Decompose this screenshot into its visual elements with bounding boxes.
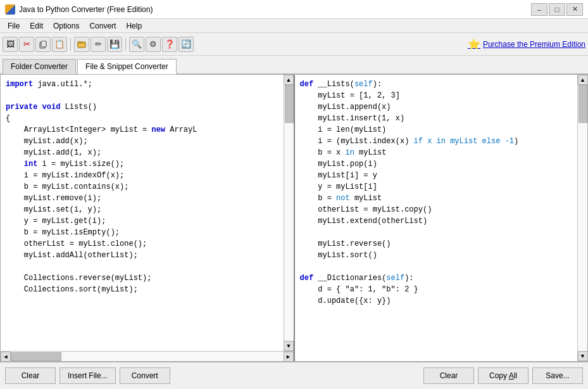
java-panel-body: import java.util.*; private void Lists()… [1, 75, 294, 351]
premium-icon: ⭐ [468, 38, 480, 50]
tabs: Folder Converter File & Snippet Converte… [0, 56, 588, 74]
svg-rect-1 [41, 41, 46, 47]
menu-bar: File Edit Options Convert Help [0, 19, 588, 33]
python-panel-body: def __Lists(self): myList = [1, 2, 3] my… [295, 75, 588, 361]
premium-text: Purchase the Premium Edition [483, 40, 585, 49]
menu-file[interactable]: File [3, 20, 25, 32]
svg-rect-4 [78, 42, 81, 43]
java-code-panel: import java.util.*; private void Lists()… [1, 75, 295, 361]
convert-button[interactable]: Convert [120, 367, 170, 384]
edit-icon[interactable]: ✏ [91, 37, 106, 52]
find-icon[interactable]: 🔍 [129, 37, 144, 52]
menu-help[interactable]: Help [121, 20, 147, 32]
refresh-icon[interactable]: 🔄 [178, 37, 194, 52]
java-scroll-right[interactable]: ► [284, 352, 294, 362]
tab-file-snippet-converter[interactable]: File & Snippet Converter [77, 59, 177, 74]
python-vscrollbar[interactable]: ▲ ▼ [577, 75, 587, 361]
minimize-button[interactable]: – [531, 3, 547, 16]
python-scroll-track[interactable] [578, 85, 587, 351]
java-scroll-down[interactable]: ▼ [284, 341, 294, 351]
menu-options[interactable]: Options [48, 20, 84, 32]
premium-link[interactable]: ⭐ Purchase the Premium Edition [468, 38, 585, 50]
bottom-bar: Clear Insert File... Convert Clear Copy … [0, 362, 588, 388]
app-icon [5, 4, 15, 15]
clear-left-button[interactable]: Clear [5, 367, 56, 384]
python-scroll-thumb[interactable] [579, 85, 587, 123]
bottom-right-buttons: Clear Copy All Save... [423, 367, 583, 384]
toolbar-sep1 [70, 38, 71, 51]
toolbar: 🖼 ✂ 📋 ✏ 💾 🔍 ⚙ ❓ 🔄 ⭐ Purchase the Premium… [0, 33, 588, 56]
tab-folder-converter[interactable]: Folder Converter [3, 59, 76, 74]
menu-convert[interactable]: Convert [84, 20, 121, 32]
java-scroll-left[interactable]: ◄ [1, 352, 11, 362]
java-hscroll-track[interactable] [11, 352, 284, 361]
menu-edit[interactable]: Edit [25, 20, 48, 32]
cut-icon[interactable]: ✂ [19, 37, 34, 52]
main-content: import java.util.*; private void Lists()… [0, 74, 588, 362]
copy-all-button[interactable]: Copy All [478, 367, 529, 384]
maximize-button[interactable]: □ [549, 3, 565, 16]
bottom-left-buttons: Clear Insert File... Convert [5, 367, 170, 384]
window-title: Java to Python Converter (Free Edition) [19, 5, 531, 14]
window-controls: – □ ✕ [531, 3, 583, 16]
help-icon[interactable]: ❓ [162, 37, 177, 52]
java-hscrollbar[interactable]: ◄ ► [1, 351, 294, 361]
svg-rect-3 [78, 43, 85, 48]
toolbar-left: 🖼 ✂ 📋 ✏ 💾 🔍 ⚙ ❓ 🔄 [3, 37, 194, 52]
save-button[interactable]: Save... [532, 367, 583, 384]
python-code-panel: def __Lists(self): myList = [1, 2, 3] my… [295, 75, 588, 361]
python-scroll-up[interactable]: ▲ [578, 75, 588, 85]
open-file-icon[interactable] [74, 37, 89, 52]
settings-icon[interactable]: ⚙ [146, 37, 161, 52]
python-code-area[interactable]: def __Lists(self): myList = [1, 2, 3] my… [295, 75, 578, 361]
close-button[interactable]: ✕ [566, 3, 583, 16]
new-icon[interactable]: 🖼 [3, 37, 18, 52]
java-scroll-track[interactable] [284, 85, 294, 341]
java-vscrollbar[interactable]: ▲ ▼ [284, 75, 294, 351]
java-code-area[interactable]: import java.util.*; private void Lists()… [1, 75, 284, 351]
paste-icon[interactable]: 📋 [52, 37, 67, 52]
clear-right-button[interactable]: Clear [423, 367, 474, 384]
save-icon[interactable]: 💾 [107, 37, 122, 52]
toolbar-sep2 [125, 38, 126, 51]
java-scroll-thumb[interactable] [285, 85, 294, 123]
java-scroll-up[interactable]: ▲ [284, 75, 294, 85]
insert-file-button[interactable]: Insert File... [59, 367, 116, 384]
python-scroll-down[interactable]: ▼ [578, 351, 588, 361]
title-bar: Java to Python Converter (Free Edition) … [0, 0, 588, 19]
copy-icon[interactable] [35, 37, 51, 52]
java-hscroll-thumb[interactable] [11, 352, 61, 361]
